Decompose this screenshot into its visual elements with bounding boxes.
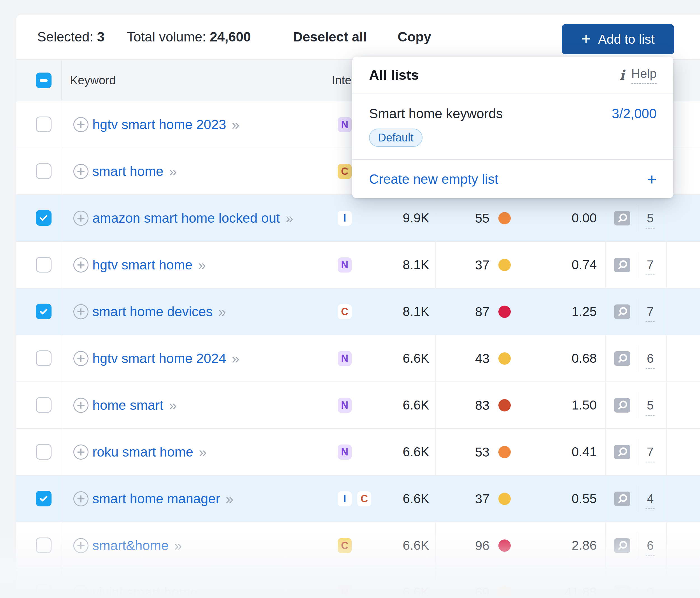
table-row[interactable]: smart&home » C 6.6K 96 2.86 6 bbox=[16, 522, 700, 569]
keyword-link[interactable]: amazon smart home locked out bbox=[93, 210, 280, 226]
row-checkbox[interactable] bbox=[36, 257, 51, 272]
double-chevron-icon[interactable]: » bbox=[232, 117, 239, 133]
help-link[interactable]: i Help bbox=[619, 67, 657, 84]
serp-divider bbox=[638, 439, 639, 465]
double-chevron-icon[interactable]: » bbox=[174, 537, 181, 554]
add-keyword-icon[interactable] bbox=[73, 211, 89, 226]
add-keyword-icon[interactable] bbox=[73, 351, 89, 366]
sf-count[interactable]: 6 bbox=[646, 352, 655, 369]
table-row[interactable]: smart home manager » IC 6.6K 37 0.55 4 bbox=[16, 476, 700, 522]
keyword-link[interactable]: hgtv smart home bbox=[93, 257, 192, 272]
row-checkbox[interactable] bbox=[36, 584, 51, 598]
kd-dot bbox=[498, 446, 511, 458]
add-keyword-icon[interactable] bbox=[73, 304, 89, 319]
kd-cell: 96 bbox=[420, 522, 511, 569]
default-badge: Default bbox=[369, 128, 423, 147]
list-count: 3/2,000 bbox=[612, 106, 657, 121]
add-keyword-icon[interactable] bbox=[73, 538, 89, 553]
row-checkbox[interactable] bbox=[36, 210, 51, 226]
double-chevron-icon[interactable]: » bbox=[169, 397, 176, 413]
info-icon: i bbox=[619, 67, 624, 83]
double-chevron-icon[interactable]: » bbox=[285, 210, 293, 226]
keyword-link[interactable]: smart home bbox=[93, 164, 163, 179]
serp-preview-icon[interactable] bbox=[614, 351, 630, 366]
keyword-link[interactable]: smart home manager bbox=[93, 491, 220, 506]
row-checkbox[interactable] bbox=[36, 304, 51, 319]
serp-divider bbox=[638, 486, 639, 512]
add-keyword-icon[interactable] bbox=[73, 445, 89, 460]
sf-count[interactable]: 7 bbox=[646, 306, 655, 322]
keyword-link[interactable]: hgtv smart home 2024 bbox=[93, 351, 226, 366]
table-row[interactable]: hgtv smart home » N 8.1K 37 0.74 7 bbox=[16, 242, 700, 288]
row-checkbox[interactable] bbox=[36, 444, 51, 460]
kd-value: 69 bbox=[475, 585, 490, 598]
popup-header: All lists i Help bbox=[352, 56, 673, 94]
keyword-link[interactable]: vivint smart home bbox=[93, 584, 198, 598]
add-keyword-icon[interactable] bbox=[73, 164, 89, 179]
double-chevron-icon[interactable]: » bbox=[218, 304, 226, 320]
create-new-list-link[interactable]: Create new empty list + bbox=[352, 160, 673, 198]
serp-preview-icon[interactable] bbox=[614, 585, 630, 598]
select-all-checkbox[interactable] bbox=[36, 73, 51, 88]
keyword-link[interactable]: hgtv smart home 2023 bbox=[93, 117, 226, 132]
double-chevron-icon[interactable]: » bbox=[198, 257, 205, 273]
header-column-divider bbox=[61, 61, 61, 100]
sf-count[interactable]: 5 bbox=[646, 212, 655, 229]
volume-value: 6.6K bbox=[338, 429, 429, 476]
row-checkbox[interactable] bbox=[36, 351, 51, 366]
sf-count[interactable]: 5 bbox=[646, 399, 655, 416]
keyword-link[interactable]: home smart bbox=[93, 398, 163, 413]
double-chevron-icon[interactable]: » bbox=[199, 444, 206, 460]
double-chevron-icon[interactable]: » bbox=[169, 163, 176, 180]
keyword-link[interactable]: smart&home bbox=[93, 538, 169, 553]
serp-preview-icon[interactable] bbox=[614, 445, 630, 460]
add-keyword-icon[interactable] bbox=[73, 491, 89, 506]
keyword-link[interactable]: roku smart home bbox=[93, 444, 193, 460]
add-keyword-icon[interactable] bbox=[73, 398, 89, 413]
double-chevron-icon[interactable]: » bbox=[226, 491, 233, 507]
table-row[interactable]: amazon smart home locked out » I 9.9K 55… bbox=[16, 195, 700, 242]
add-keyword-icon[interactable] bbox=[73, 117, 89, 132]
list-item[interactable]: Smart home keywords 3/2,000 Default bbox=[352, 94, 673, 159]
serp-preview-icon[interactable] bbox=[614, 257, 630, 272]
table-row[interactable]: roku smart home » N 6.6K 53 0.41 7 bbox=[16, 429, 700, 476]
row-checkbox[interactable] bbox=[36, 397, 51, 413]
sf-count[interactable]: 7 bbox=[646, 259, 655, 275]
table-row[interactable]: hgtv smart home 2024 » N 6.6K 43 0.68 6 bbox=[16, 335, 700, 382]
table-row[interactable]: vivint smart home » N 6.6K 69 41.88 9 bbox=[16, 569, 700, 598]
keyword-link[interactable]: smart home devices bbox=[93, 304, 213, 319]
serp-cell: 7 bbox=[614, 429, 655, 475]
serp-divider bbox=[638, 392, 639, 418]
row-checkbox[interactable] bbox=[36, 537, 51, 553]
double-chevron-icon[interactable]: » bbox=[203, 584, 210, 598]
deselect-all-link[interactable]: Deselect all bbox=[293, 15, 367, 59]
plus-icon: + bbox=[581, 29, 591, 48]
cpc-value: 0.74 bbox=[520, 242, 597, 288]
serp-preview-icon[interactable] bbox=[614, 538, 630, 553]
add-keyword-icon[interactable] bbox=[73, 257, 89, 272]
table-row[interactable]: smart home devices » C 8.1K 87 1.25 7 bbox=[16, 288, 700, 335]
column-header-keyword[interactable]: Keyword bbox=[70, 60, 116, 101]
serp-cell: 6 bbox=[614, 335, 655, 382]
sf-count[interactable]: 7 bbox=[646, 446, 655, 462]
row-checkbox[interactable] bbox=[36, 491, 51, 506]
serp-preview-icon[interactable] bbox=[614, 304, 630, 319]
cpc-value: 0.41 bbox=[520, 429, 597, 476]
serp-preview-icon[interactable] bbox=[614, 491, 630, 506]
copy-link[interactable]: Copy bbox=[398, 15, 431, 59]
sf-count[interactable]: 4 bbox=[646, 493, 655, 509]
serp-divider bbox=[638, 532, 639, 559]
serp-divider bbox=[638, 345, 639, 372]
table-row[interactable]: home smart » N 6.6K 83 1.50 5 bbox=[16, 382, 700, 429]
add-keyword-icon[interactable] bbox=[73, 585, 89, 598]
add-to-list-button[interactable]: + Add to list bbox=[562, 24, 674, 54]
double-chevron-icon[interactable]: » bbox=[232, 351, 239, 367]
serp-preview-icon[interactable] bbox=[614, 211, 630, 226]
row-checkbox[interactable] bbox=[36, 117, 51, 132]
sf-count[interactable]: 6 bbox=[646, 540, 655, 556]
sf-count[interactable]: 9 bbox=[646, 586, 655, 598]
row-checkbox[interactable] bbox=[36, 163, 51, 179]
serp-cell: 9 bbox=[614, 569, 655, 598]
serp-divider bbox=[638, 298, 639, 325]
serp-preview-icon[interactable] bbox=[614, 398, 630, 413]
